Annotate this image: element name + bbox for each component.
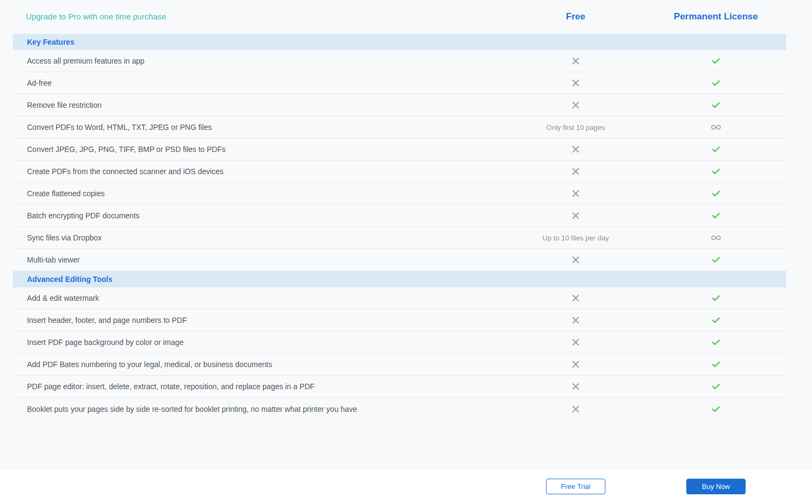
feature-row: Convert JPEG, JPG, PNG, TIFF, BMP or PSD… xyxy=(13,139,786,161)
section-header: Advanced Editing Tools xyxy=(13,271,786,287)
feature-cell-free xyxy=(506,383,646,390)
infinity-icon xyxy=(711,125,721,130)
feature-cell-pro xyxy=(646,168,786,175)
cross-icon xyxy=(572,212,579,219)
feature-cell-pro xyxy=(646,317,786,323)
feature-cell-free xyxy=(506,168,646,175)
check-icon xyxy=(712,102,720,108)
feature-label: Sync files via Dropbox xyxy=(27,233,506,242)
feature-cell-pro xyxy=(646,235,786,240)
feature-cell-free xyxy=(506,361,646,368)
footer-bar: Free Trial Buy Now xyxy=(0,468,812,504)
feature-row: Create flattened copies xyxy=(13,183,786,205)
check-icon xyxy=(712,168,720,175)
feature-cell-free xyxy=(506,79,646,87)
plan-columns-header: Free Permanent License xyxy=(506,11,786,22)
feature-cell-free xyxy=(506,294,646,302)
cross-icon xyxy=(572,405,579,413)
cross-icon xyxy=(572,190,579,197)
feature-cell-pro xyxy=(646,406,786,412)
feature-row: Convert PDFs to Word, HTML, TXT, JPEG or… xyxy=(13,116,786,139)
feature-row: Insert header, footer, and page numbers … xyxy=(13,309,786,332)
footer-slot-free: Free Trial xyxy=(506,479,646,494)
feature-row: Add PDF Bates numbering to your legal, m… xyxy=(13,354,786,376)
feature-label: Remove file restriction xyxy=(27,101,506,109)
cross-icon xyxy=(572,79,579,87)
check-icon xyxy=(712,146,720,153)
feature-row: Sync files via DropboxUp to 10 files per… xyxy=(13,227,786,249)
feature-cell-free xyxy=(506,190,646,197)
check-icon xyxy=(712,317,720,323)
free-trial-button[interactable]: Free Trial xyxy=(546,479,605,494)
feature-cell-pro xyxy=(646,339,786,346)
cross-icon xyxy=(572,146,579,153)
feature-cell-pro xyxy=(646,190,786,197)
feature-cell-free xyxy=(506,339,646,346)
feature-row: Access all premium features in app xyxy=(13,50,786,72)
feature-row: PDF page editor: insert, delete, extract… xyxy=(13,376,786,398)
feature-cell-free: Only first 10 pages xyxy=(506,123,646,132)
feature-cell-pro xyxy=(646,125,786,130)
plan-name-free: Free xyxy=(506,11,646,22)
feature-row: Booklet puts your pages side by side re-… xyxy=(13,398,786,420)
cross-icon xyxy=(572,57,579,65)
feature-label: Add & edit watermark xyxy=(27,294,506,302)
feature-label: Create PDFs from the connected scanner a… xyxy=(27,167,506,176)
footer-slot-pro: Buy Now xyxy=(646,479,786,494)
cross-icon xyxy=(572,383,579,390)
check-icon xyxy=(712,58,720,64)
feature-cell-text: Up to 10 files per day xyxy=(543,234,609,242)
cross-icon xyxy=(572,361,579,368)
feature-label: Convert JPEG, JPG, PNG, TIFF, BMP or PSD… xyxy=(27,145,506,154)
feature-cell-free xyxy=(506,316,646,324)
feature-label: Multi-tab viewer xyxy=(27,256,506,264)
feature-label: Booklet puts your pages side by side re-… xyxy=(27,405,506,413)
feature-label: Insert header, footer, and page numbers … xyxy=(27,316,506,325)
feature-row: Batch encrypting PDF documents xyxy=(13,205,786,227)
check-icon xyxy=(712,339,720,346)
feature-row: Create PDFs from the connected scanner a… xyxy=(13,161,786,183)
feature-cell-free: Up to 10 files per day xyxy=(506,234,646,242)
feature-label: Add PDF Bates numbering to your legal, m… xyxy=(27,360,506,369)
cross-icon xyxy=(572,101,579,109)
page-title: Upgrade to Pro with one time purchase xyxy=(26,12,506,21)
feature-cell-pro xyxy=(646,212,786,219)
check-icon xyxy=(712,80,720,86)
feature-cell-free xyxy=(506,405,646,413)
feature-cell-text: Only first 10 pages xyxy=(547,123,605,132)
feature-cell-pro xyxy=(646,146,786,153)
feature-cell-pro xyxy=(646,102,786,108)
section-header: Key Features xyxy=(13,34,786,50)
feature-row: Remove file restriction xyxy=(13,94,786,116)
feature-cell-free xyxy=(506,146,646,153)
feature-cell-pro xyxy=(646,361,786,368)
check-icon xyxy=(712,190,720,197)
cross-icon xyxy=(572,316,579,324)
cross-icon xyxy=(572,339,579,346)
feature-row: Ad-free xyxy=(13,72,786,94)
feature-label: Access all premium features in app xyxy=(27,57,506,65)
feature-table-scroll[interactable]: Key FeaturesAccess all premium features … xyxy=(0,27,812,468)
plan-col-free: Free xyxy=(506,11,646,22)
check-icon xyxy=(712,257,720,263)
feature-cell-free xyxy=(506,57,646,65)
cross-icon xyxy=(572,294,579,302)
feature-cell-free xyxy=(506,212,646,219)
cross-icon xyxy=(572,168,579,175)
feature-cell-pro xyxy=(646,58,786,64)
check-icon xyxy=(712,361,720,368)
cross-icon xyxy=(572,256,579,264)
feature-label: Create flattened copies xyxy=(27,189,506,198)
feature-cell-free xyxy=(506,101,646,109)
feature-cell-free xyxy=(506,256,646,264)
feature-label: Insert PDF page background by color or i… xyxy=(27,338,506,347)
check-icon xyxy=(712,383,720,390)
comparison-header: Upgrade to Pro with one time purchase Fr… xyxy=(0,0,812,27)
buy-now-button[interactable]: Buy Now xyxy=(686,479,746,494)
feature-cell-pro xyxy=(646,295,786,301)
feature-cell-pro xyxy=(646,257,786,263)
feature-label: Batch encrypting PDF documents xyxy=(27,211,506,220)
plan-name-permanent: Permanent License xyxy=(646,11,786,22)
feature-label: Ad-free xyxy=(27,79,506,87)
feature-label: PDF page editor: insert, delete, extract… xyxy=(27,382,506,391)
